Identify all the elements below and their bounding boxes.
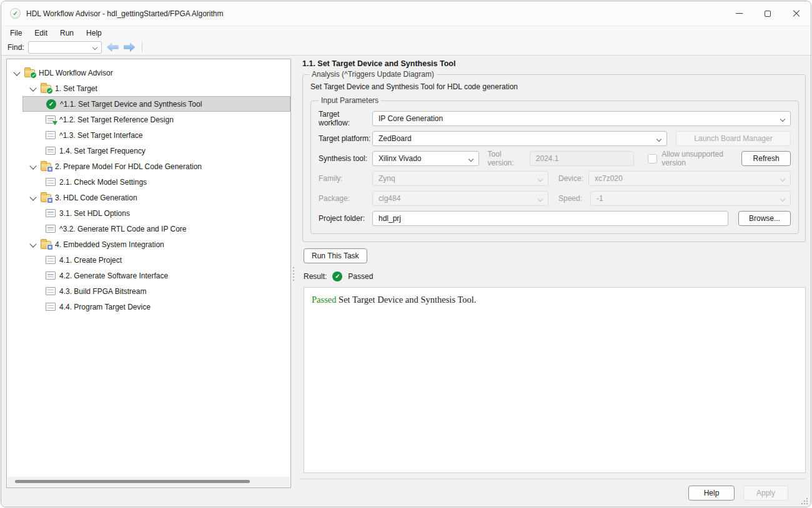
maximize-icon [765,11,771,17]
horizontal-scrollbar[interactable] [7,477,290,487]
tree-item-label: 2. Prepare Model For HDL Code Generation [55,162,202,171]
project-folder-input[interactable]: hdl_prj [372,211,728,226]
tree-item-label: 4.1. Create Project [59,256,122,265]
folder-gear-icon [41,194,51,202]
chevron-down-icon[interactable] [29,163,37,170]
target-workflow-select[interactable]: IP Core Generation [372,111,791,126]
tree-item-3-1-set-hdl-options[interactable]: 3.1. Set HDL Options [7,205,290,221]
run-row: Run This Task [304,248,806,263]
menu-bar: File Edit Run Help [1,26,811,39]
tree-item-label: ^1.1. Set Target Device and Synthesis To… [60,100,202,109]
family-value: Zynq [379,174,395,183]
tree-item-1-1-set-target-device-and-synthesis-tool[interactable]: ^1.1. Set Target Device and Synthesis To… [22,96,290,112]
family-select: Zynq [372,171,548,186]
folder-gear-icon [41,163,51,171]
project-folder-row: Project folder: hdl_prj Browse... [319,211,791,226]
result-row: Result: Passed [304,271,806,281]
run-this-task-button[interactable]: Run This Task [304,248,367,263]
refresh-label: Refresh [753,154,780,163]
tree-item-4-2-generate-software-interface[interactable]: 4.2. Generate Software Interface [7,268,290,283]
task-icon [46,178,56,186]
package-value: clg484 [379,194,400,203]
device-label: Device: [558,174,583,183]
chevron-down-icon[interactable] [29,194,37,202]
help-button[interactable]: Help [688,486,735,501]
tree-item-label: 3.1. Set HDL Options [59,209,130,218]
tree-item-label: 1. Set Target [55,84,97,93]
apply-button[interactable]: Apply [743,486,788,501]
app-window: HDL Workflow Advisor - hdl_gettingStarte… [1,1,811,507]
find-input[interactable] [28,41,102,54]
project-folder-value: hdl_prj [379,214,401,223]
menu-run[interactable]: Run [54,27,80,39]
chevron-down-icon [780,117,785,122]
target-platform-select[interactable]: ZedBoard [372,131,667,146]
target-workflow-value: IP Core Generation [379,114,443,123]
tree-item-2-prepare-model[interactable]: 2. Prepare Model For HDL Code Generation [7,159,290,174]
tree-item-4-embedded-system-integration[interactable]: 4. Embedded System Integration [7,237,290,252]
scrollbar-thumb[interactable] [15,480,250,483]
close-button[interactable] [782,1,811,26]
minimize-button[interactable] [725,1,753,26]
chevron-down-icon [538,197,543,202]
result-label: Result: [304,272,327,281]
device-value: xc7z020 [595,174,623,183]
menu-file[interactable]: File [4,27,28,39]
tree-item-label: HDL Workflow Advisor [39,69,113,77]
menu-help[interactable]: Help [80,27,108,39]
tree-item-4-3-build-fpga-bitstream[interactable]: 4.3. Build FPGA Bitstream [7,283,290,299]
target-platform-label: Target platform: [319,134,372,143]
output-status-word: Passed [312,295,336,305]
find-previous-button[interactable] [107,42,119,52]
chevron-down-icon[interactable] [29,85,37,92]
panel-splitter-handle[interactable] [292,267,295,283]
find-next-button[interactable] [124,42,136,52]
window-resize-grip[interactable] [801,498,808,504]
chevron-down-icon[interactable] [13,69,21,77]
chevron-down-icon [780,177,785,182]
output-message: Set Target Device and Synthesis Tool. [336,295,476,305]
menu-edit[interactable]: Edit [28,27,54,39]
chevron-down-icon[interactable] [29,241,37,248]
tree-item-1-set-target[interactable]: 1. Set Target [7,81,290,96]
browse-label: Browse... [749,214,780,223]
task-icon [46,147,56,155]
tree-item-label: ^1.2. Set Target Reference Design [59,115,174,124]
tree-item-4-4-program-target-device[interactable]: 4.4. Program Target Device [7,299,290,315]
find-label: Find: [7,43,24,52]
tree-item-1-4-set-target-frequency[interactable]: 1.4. Set Target Frequency [7,143,290,159]
tree-item-1-3-set-target-interface[interactable]: ^1.3. Set Target Interface [7,127,290,143]
launch-board-manager-button[interactable]: Launch Board Manager [676,131,791,146]
synthesis-tool-value: Xilinx Vivado [379,154,421,163]
speed-label: Speed: [558,194,582,203]
tree-item-3-hdl-code-generation[interactable]: 3. HDL Code Generation [7,190,290,205]
passed-check-icon [46,99,56,109]
synthesis-tool-select[interactable]: Xilinx Vivado [372,151,479,166]
window-title: HDL Workflow Advisor - hdl_gettingStarte… [26,9,223,18]
task-icon [46,287,56,295]
package-speed-row: Package: clg484 Speed: -1 [319,191,791,206]
allow-unsupported-checkbox[interactable] [648,154,657,164]
tree-item-label: 4. Embedded System Integration [55,240,164,249]
tree-item-label: ^3.2. Generate RTL Code and IP Core [59,225,187,233]
chevron-down-icon[interactable] [92,44,97,49]
tree-item-2-1-check-model-settings[interactable]: 2.1. Check Model Settings [7,174,290,190]
tree-item-4-1-create-project[interactable]: 4.1. Create Project [7,252,290,268]
folder-gear-icon [41,241,51,249]
target-platform-row: Target platform: ZedBoard Launch Board M… [319,131,791,146]
chevron-down-icon [780,197,785,202]
project-folder-label: Project folder: [319,214,372,223]
folder-check-icon [41,85,51,93]
task-icon [46,209,56,217]
maximize-button[interactable] [753,1,782,26]
tree-item-1-2-set-target-reference-design[interactable]: ^1.2. Set Target Reference Design [7,112,290,127]
task-icon [46,303,56,311]
tree-item-3-2-generate-rtl-code-and-ip-core[interactable]: ^3.2. Generate RTL Code and IP Core [7,221,290,237]
chevron-down-icon [538,177,543,182]
tree-item-hdl-workflow-advisor[interactable]: HDL Workflow Advisor [7,65,290,81]
tree-item-label: 4.4. Program Target Device [59,303,151,311]
browse-button[interactable]: Browse... [738,211,791,226]
analysis-group-label: Analysis (^Triggers Update Diagram) [309,70,437,79]
task-icon [46,256,56,264]
refresh-button[interactable]: Refresh [741,151,791,166]
